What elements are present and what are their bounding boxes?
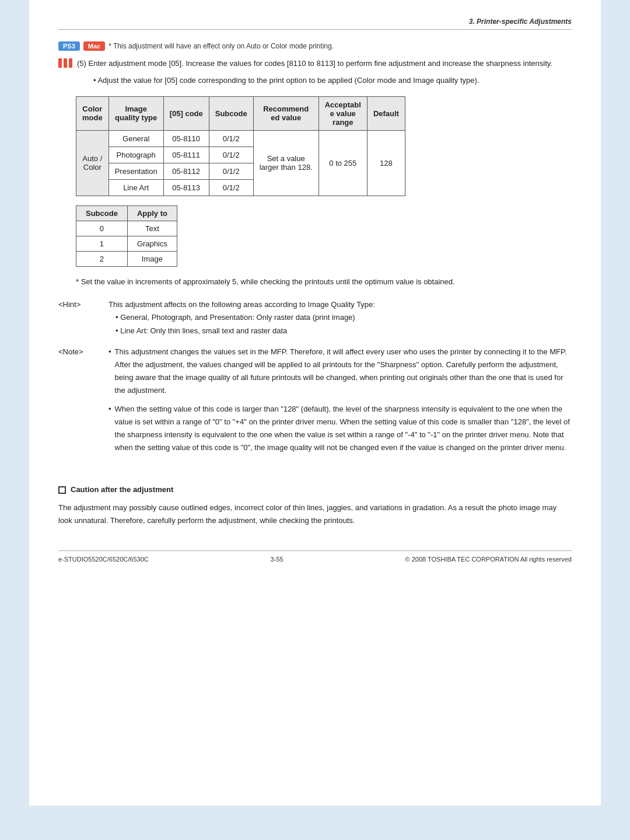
- sub-cell-text: Text: [127, 221, 177, 236]
- step-icon: [58, 58, 72, 68]
- sub-cell-1: 1: [76, 236, 128, 251]
- sub-table-row: 2 Image: [76, 251, 177, 266]
- caution-title-text: Caution after the adjustment: [71, 483, 173, 496]
- col-header-color-mode: Colormode: [76, 96, 109, 130]
- section-title: 3. Printer-specific Adjustments: [469, 18, 572, 26]
- col-header-05-code: [05] code: [163, 96, 209, 130]
- col-header-image-quality: Imagequality type: [108, 96, 163, 130]
- note-bullet-2-text: When the setting value of this code is l…: [115, 403, 572, 454]
- footer-right: © 2008 TOSHIBA TEC CORPORATION All right…: [405, 556, 572, 563]
- sub-table-row: 1 Graphics: [76, 236, 177, 251]
- cell-image-quality-line: Line Art: [108, 179, 163, 196]
- sub-cell-2: 2: [76, 251, 128, 266]
- bullet-1: Adjust the value for [05] code correspon…: [93, 75, 572, 87]
- bullet-sym-2: •: [108, 403, 111, 454]
- note-bullet-1: • This adjustment changes the values set…: [108, 346, 572, 397]
- cell-code-8110: 05-8110: [163, 130, 209, 147]
- cell-accept-range: 0 to 255: [318, 130, 367, 196]
- hint-content: This adjustment affects on the following…: [108, 298, 375, 337]
- col-header-acceptable: Acceptable valuerange: [318, 96, 367, 130]
- cell-subcode-4: 0/1/2: [209, 179, 253, 196]
- asterisk-note: * Set the value in increments of approxi…: [76, 276, 572, 288]
- sub-cell-graphics: Graphics: [127, 236, 177, 251]
- cell-rec-value: Set a valuelarger than 128.: [253, 130, 318, 196]
- sub-col-header-apply: Apply to: [127, 205, 177, 221]
- sub-table-row: 0 Text: [76, 221, 177, 236]
- cell-image-quality-general: General: [108, 130, 163, 147]
- col-header-recommended: Recommended value: [253, 96, 318, 130]
- cell-default: 128: [367, 130, 405, 196]
- table-row: Auto /Color General 05-8110 0/1/2 Set a …: [76, 130, 405, 147]
- note-content: • This adjustment changes the values set…: [108, 346, 572, 461]
- tags-row: PS3 Mac * This adjustment will have an e…: [58, 41, 572, 51]
- footer: e-STUDIO5520C/6520C/6530C 3-55 © 2008 TO…: [58, 550, 572, 563]
- section-header: 3. Printer-specific Adjustments: [58, 18, 572, 30]
- main-table: Colormode Imagequality type [05] code Su…: [76, 96, 405, 196]
- tag-note-text: * This adjustment will have an effect on…: [108, 42, 334, 50]
- cell-color-mode: Auto /Color: [76, 130, 109, 196]
- tag-ps3: PS3: [58, 41, 80, 51]
- subcode-table: Subcode Apply to 0 Text 1 Graphics 2 Ima…: [76, 205, 177, 267]
- step-5-text: (5) Enter adjustment mode [05]. Increase…: [77, 58, 552, 70]
- hint-label: <Hint>: [58, 298, 99, 337]
- footer-page-num: 3-55: [271, 556, 284, 563]
- hint-intro: This adjustment affects on the following…: [108, 298, 375, 311]
- hint-section: <Hint> This adjustment affects on the fo…: [58, 298, 572, 337]
- note-bullet-2: • When the setting value of this code is…: [108, 403, 572, 454]
- tag-mac: Mac: [83, 41, 105, 51]
- footer-left: e-STUDIO5520C/6520C/6530C: [58, 556, 149, 563]
- cell-image-quality-pres: Presentation: [108, 163, 163, 179]
- col-header-subcode: Subcode: [209, 96, 253, 130]
- cell-subcode-2: 0/1/2: [209, 147, 253, 163]
- step-5-row: (5) Enter adjustment mode [05]. Increase…: [58, 58, 572, 70]
- caution-text: The adjustment may possibly cause outlin…: [58, 501, 572, 527]
- checkbox-icon: [58, 486, 66, 494]
- hint-bullet-2: Line Art: Only thin lines, small text an…: [116, 325, 375, 337]
- col-header-default: Default: [367, 96, 405, 130]
- note-label: <Note>: [58, 346, 99, 461]
- bullet-sym-1: •: [108, 346, 111, 397]
- note-bullet-1-text: This adjustment changes the values set i…: [115, 346, 572, 397]
- hint-bullet-1: General, Photograph, and Presentation: O…: [116, 311, 375, 324]
- cell-subcode-3: 0/1/2: [209, 163, 253, 179]
- sub-cell-0: 0: [76, 221, 128, 236]
- sub-col-header-subcode: Subcode: [76, 205, 128, 221]
- cell-subcode-1: 0/1/2: [209, 130, 253, 147]
- caution-section: Caution after the adjustment The adjustm…: [58, 483, 572, 527]
- note-section: <Note> • This adjustment changes the val…: [58, 346, 572, 461]
- cell-code-8113: 05-8113: [163, 179, 209, 196]
- cell-code-8112: 05-8112: [163, 163, 209, 179]
- cell-code-8111: 05-8111: [163, 147, 209, 163]
- caution-title: Caution after the adjustment: [58, 483, 572, 496]
- cell-image-quality-photo: Photograph: [108, 147, 163, 163]
- sub-cell-image: Image: [127, 251, 177, 266]
